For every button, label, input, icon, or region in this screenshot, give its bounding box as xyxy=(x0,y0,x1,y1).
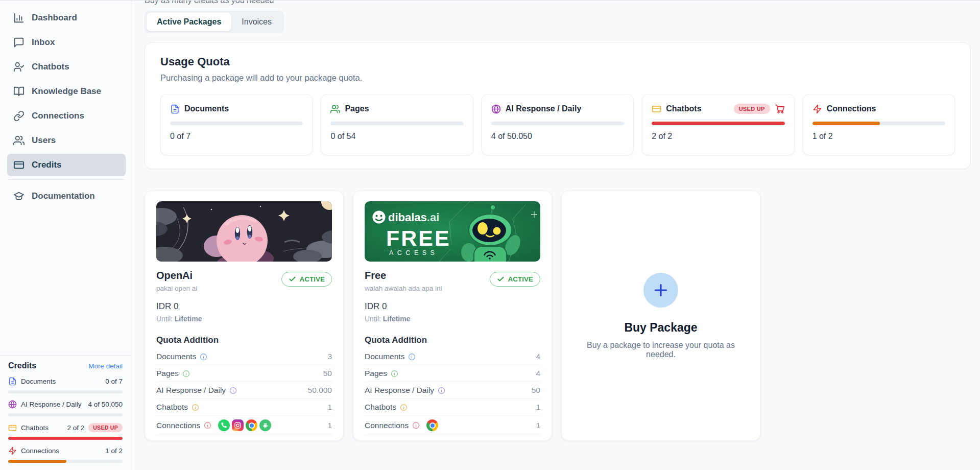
chrome-icon xyxy=(246,419,257,431)
info-icon[interactable] xyxy=(412,421,420,429)
info-icon[interactable] xyxy=(438,387,445,394)
svg-text:ACCESS: ACCESS xyxy=(389,249,438,256)
quota-card-label: Chatbots xyxy=(666,104,701,113)
quota-card-label: Pages xyxy=(345,104,369,113)
quota-card-pages: Pages0 of 54 xyxy=(321,94,473,155)
platform-icons xyxy=(218,419,271,431)
row-value: 50 xyxy=(532,386,540,395)
sidebar-nav: DashboardInboxChatbotsKnowledge BaseConn… xyxy=(0,0,131,207)
sidebar-item-label: Documentation xyxy=(32,191,95,201)
page-top-note: Buy as many credits as you needed xyxy=(145,0,971,6)
quota-card-chatbots: ChatbotsUSED UP2 of 2 xyxy=(642,94,794,155)
package-name: Free xyxy=(365,270,442,281)
quota-card-ai-response-daily: AI Response / Daily4 of 50.050 xyxy=(482,94,634,155)
quota-card-label: Documents xyxy=(184,104,229,113)
sidebar-item-label: Inbox xyxy=(32,37,55,48)
sidebar-item-label: Connections xyxy=(32,111,84,121)
sidebar-item-documentation[interactable]: Documentation xyxy=(7,185,126,207)
credits-panel-title: Credits xyxy=(8,361,36,370)
info-icon[interactable] xyxy=(229,387,237,394)
quota-card-documents: Documents0 of 7 xyxy=(160,94,313,155)
sidebar-item-dashboard[interactable]: Dashboard xyxy=(7,7,126,29)
row-value: 1 xyxy=(327,421,332,430)
package-quota-row-documents: Documents4 xyxy=(365,348,540,365)
row-label: Documents xyxy=(156,352,196,361)
quota-card-value: 1 of 2 xyxy=(812,132,945,141)
credits-row-label: Chatbots xyxy=(21,424,49,432)
sidebar-item-inbox[interactable]: Inbox xyxy=(7,31,126,54)
info-icon[interactable] xyxy=(400,404,408,411)
quota-addition-title: Quota Addition xyxy=(156,335,332,345)
buy-package-title: Buy Package xyxy=(624,321,697,335)
quota-progress-bar xyxy=(652,122,784,125)
credits-row-value: 4 of 50.050 xyxy=(88,401,123,408)
svg-text:FREE: FREE xyxy=(386,226,451,250)
sidebar: DashboardInboxChatbotsKnowledge BaseConn… xyxy=(0,0,131,470)
more-detail-link[interactable]: More detail xyxy=(88,362,123,370)
info-icon[interactable] xyxy=(182,370,190,378)
active-badge: ACTIVE xyxy=(281,272,332,287)
buy-package-card[interactable]: Buy Package Buy a package to increase yo… xyxy=(561,191,760,441)
credits-row-chatbots: Chatbots2 of 2USED UP xyxy=(8,423,123,432)
credits-row-progress-bar xyxy=(8,390,123,393)
card-icon xyxy=(8,424,17,432)
card-icon xyxy=(652,104,661,114)
package-quota-row-ai-response-daily: AI Response / Daily50 xyxy=(365,382,540,399)
sidebar-item-label: Credits xyxy=(32,160,62,170)
used-up-badge: USED UP xyxy=(734,104,770,114)
quota-progress-bar xyxy=(330,122,463,125)
info-icon[interactable] xyxy=(391,370,398,378)
sidebar-item-users[interactable]: Users xyxy=(7,129,126,152)
zap-icon xyxy=(8,447,17,455)
package-description: pakai open ai xyxy=(156,285,197,292)
credits-row-progress-bar xyxy=(8,413,123,416)
active-badge: ACTIVE xyxy=(490,272,540,287)
row-value: 50.000 xyxy=(308,386,332,395)
quota-progress-bar xyxy=(491,122,624,125)
kirby-illustration xyxy=(156,201,332,262)
platform-icons xyxy=(426,419,438,431)
package-quota-row-documents: Documents3 xyxy=(156,348,332,365)
package-until: Until: Lifetime xyxy=(156,315,332,323)
quota-card-value: 0 of 7 xyxy=(170,132,303,141)
package-header: Free walah awalah ada apa ini ACTIVE xyxy=(365,270,540,292)
row-label: Documents xyxy=(365,352,404,361)
package-description: walah awalah ada apa ini xyxy=(365,285,442,292)
sidebar-item-knowledge-base[interactable]: Knowledge Base xyxy=(7,80,126,103)
info-icon[interactable] xyxy=(200,353,207,361)
file-icon xyxy=(170,104,180,114)
tab-invoices[interactable]: Invoices xyxy=(231,13,282,31)
tab-active-packages[interactable]: Active Packages xyxy=(147,13,231,31)
sidebar-item-label: Users xyxy=(32,135,56,146)
globe-icon xyxy=(8,400,17,409)
sidebar-item-connections[interactable]: Connections xyxy=(7,105,126,127)
instagram-icon xyxy=(232,419,244,431)
quota-addition-title: Quota Addition xyxy=(365,335,540,345)
dashboard-icon xyxy=(13,12,25,24)
info-icon[interactable] xyxy=(192,404,199,411)
cart-icon[interactable] xyxy=(775,104,785,114)
openai-banner-image xyxy=(156,201,332,262)
row-label: Pages xyxy=(365,369,387,378)
usage-quota-cards: Documents0 of 7Pages0 of 54AI Response /… xyxy=(160,94,955,155)
row-value: 3 xyxy=(327,352,332,361)
sidebar-item-chatbots[interactable]: Chatbots xyxy=(7,56,126,78)
credits-row-progress-bar xyxy=(8,460,123,463)
row-label: AI Response / Daily xyxy=(156,386,226,395)
sidebar-item-label: Dashboard xyxy=(32,13,77,23)
sidebar-credits-panel: Credits More detail Documents0 of 7AI Re… xyxy=(0,355,131,470)
row-label: Connections xyxy=(365,421,409,430)
usage-quota-subtitle: Purchasing a package will add to your pa… xyxy=(160,73,955,83)
svg-text:dibalas.ai: dibalas.ai xyxy=(388,211,439,224)
row-value: 4 xyxy=(536,369,540,378)
package-quota-rows: Documents3Pages50AI Response / Daily50.0… xyxy=(156,348,332,435)
package-quota-row-chatbots: Chatbots1 xyxy=(365,399,540,416)
credits-row-value: 0 of 7 xyxy=(105,378,123,385)
info-icon[interactable] xyxy=(408,353,416,361)
sidebar-item-credits[interactable]: Credits xyxy=(7,154,126,176)
info-icon[interactable] xyxy=(204,421,211,429)
package-card-free: dibalas.ai FREE ACCESS xyxy=(353,191,552,441)
until-label: Until: xyxy=(365,315,381,323)
file-icon xyxy=(8,377,17,386)
buy-package-subtitle: Buy a package to increase your quota as … xyxy=(582,341,739,359)
